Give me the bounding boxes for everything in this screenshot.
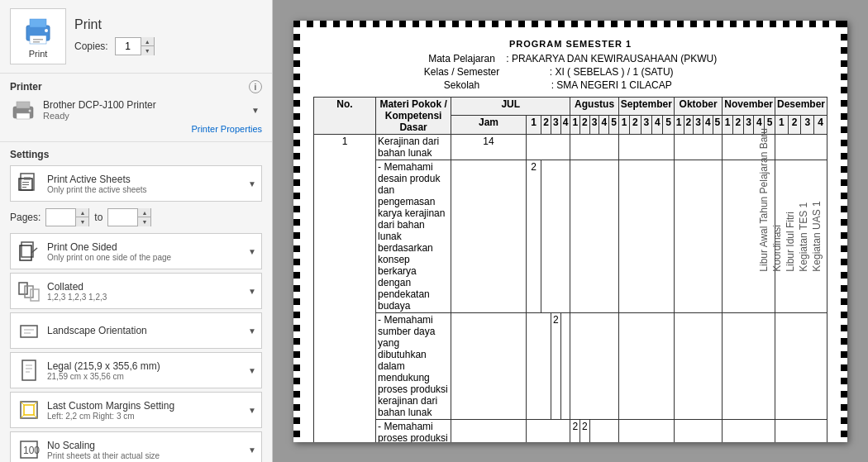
copies-input-wrap: ▲ ▼ bbox=[115, 37, 155, 55]
svg-rect-1 bbox=[30, 19, 46, 27]
svg-rect-16 bbox=[22, 184, 29, 185]
setting-orientation[interactable]: Landscape Orientation ▼ bbox=[10, 312, 262, 349]
scaling-icon: 100 bbox=[16, 436, 42, 462]
print-button[interactable]: Print bbox=[10, 8, 66, 64]
printer-icon bbox=[21, 14, 55, 47]
setting-scaling-sub: Print sheets at their actual size bbox=[47, 451, 248, 460]
setting-collated-sub: 1,2,3 1,2,3 1,2,3 bbox=[47, 293, 248, 302]
sekolah-value: : SMA NEGERI 1 CILACAP bbox=[503, 79, 720, 92]
vert-label-2: Koordinasi bbox=[771, 128, 783, 272]
print-active-sheets-icon bbox=[16, 170, 42, 197]
svg-point-5 bbox=[45, 29, 48, 32]
col-agustus: Agustus bbox=[570, 97, 618, 116]
page-to-input[interactable] bbox=[108, 209, 137, 226]
setting-active-sheets-arrow[interactable]: ▼ bbox=[248, 179, 256, 188]
setting-paper-size[interactable]: Legal (215,9 x 355,6 mm) 21,59 cm x 35,5… bbox=[10, 352, 262, 388]
col-desember: Desember bbox=[775, 97, 827, 116]
page-from-input[interactable] bbox=[46, 209, 75, 226]
setting-collated-arrow[interactable]: ▼ bbox=[248, 287, 256, 296]
collated-icon bbox=[16, 278, 42, 304]
setting-print-active-sheets[interactable]: Print Active Sheets Only print the activ… bbox=[10, 165, 262, 202]
vert-label-4: Kegiatan TES 1 bbox=[798, 128, 809, 272]
copies-down-button[interactable]: ▼ bbox=[141, 46, 154, 55]
setting-paper-size-text: Legal (215,9 x 355,6 mm) 21,59 cm x 35,5… bbox=[47, 360, 248, 381]
settings-title: Settings bbox=[10, 149, 262, 160]
printer-properties-link[interactable]: Printer Properties bbox=[191, 124, 262, 134]
setting-one-sided-arrow[interactable]: ▼ bbox=[248, 247, 256, 256]
page-from-wrap: ▲ ▼ bbox=[45, 208, 89, 226]
settings-section: Settings Print Active Sheets Only print … bbox=[0, 142, 272, 462]
margins-icon bbox=[16, 397, 42, 423]
page-to-wrap: ▲ ▼ bbox=[107, 208, 151, 226]
table-row: - Memahami proses produksi kerajinan dar… bbox=[314, 419, 827, 442]
page-border-top bbox=[293, 21, 847, 27]
setting-margins-arrow[interactable]: ▼ bbox=[248, 406, 256, 415]
vert-label-3: Libur Idul Fitri bbox=[785, 128, 796, 272]
doc-main-title: PROGRAM SEMESTER 1 bbox=[313, 39, 827, 49]
setting-orientation-arrow[interactable]: ▼ bbox=[248, 326, 256, 336]
svg-point-9 bbox=[29, 110, 31, 112]
setting-margins[interactable]: Last Custom Margins Setting Left: 2,2 cm… bbox=[10, 392, 262, 428]
printer-row: Brother DCP-J100 Printer Ready ▼ bbox=[10, 98, 262, 121]
setting-active-sheets-sub: Only print the active sheets bbox=[47, 185, 248, 194]
left-panel: Print Print Copies: ▲ ▼ Printer i bbox=[0, 0, 273, 462]
paper-size-icon bbox=[16, 357, 42, 383]
page-from-down[interactable]: ▼ bbox=[75, 217, 88, 226]
setting-scaling-arrow[interactable]: ▼ bbox=[248, 445, 256, 455]
col-jul: JUL bbox=[451, 97, 570, 116]
printer-dropdown-arrow[interactable]: ▼ bbox=[249, 103, 262, 117]
vert-label-1: Libur Awal Tahun Pelajaran Baru bbox=[758, 128, 770, 272]
copies-input[interactable] bbox=[116, 38, 141, 55]
setting-margins-main: Last Custom Margins Setting bbox=[47, 400, 248, 412]
svg-rect-12 bbox=[24, 179, 31, 180]
pages-to-label: to bbox=[94, 212, 103, 223]
svg-rect-24 bbox=[21, 326, 37, 337]
page-to-up[interactable]: ▲ bbox=[137, 208, 150, 217]
setting-paper-size-arrow[interactable]: ▼ bbox=[248, 366, 256, 375]
mata-pelajaran-value: : PRAKARYA DAN KEWIRAUSAHAAN (PKWU) bbox=[503, 52, 720, 65]
setting-one-sided-text: Print One Sided Only print on one side o… bbox=[47, 241, 248, 262]
page-border-left bbox=[293, 21, 300, 442]
sekolah-label: Sekolah bbox=[421, 79, 503, 92]
copies-label: Copies: bbox=[74, 40, 108, 52]
mata-pelajaran-label: Mata Pelajaran bbox=[421, 52, 503, 65]
setting-active-sheets-main: Print Active Sheets bbox=[47, 174, 248, 185]
info-icon[interactable]: i bbox=[249, 80, 262, 93]
printer-name: Brother DCP-J100 Printer bbox=[43, 99, 242, 111]
setting-margins-sub: Left: 2,2 cm Right: 3 cm bbox=[47, 412, 248, 421]
print-title: Print bbox=[74, 17, 155, 32]
col-materi: Materi Pokok / Kompetensi Dasar bbox=[376, 97, 451, 134]
setting-scaling-text: No Scaling Print sheets at their actual … bbox=[47, 440, 248, 460]
document-table: No. Materi Pokok / Kompetensi Dasar JUL … bbox=[313, 97, 827, 442]
page-to-spinners: ▲ ▼ bbox=[137, 208, 150, 226]
copies-up-button[interactable]: ▲ bbox=[141, 37, 154, 46]
setting-collated[interactable]: Collated 1,2,3 1,2,3 1,2,3 ▼ bbox=[10, 273, 262, 309]
setting-one-sided[interactable]: Print One Sided Only print on one side o… bbox=[10, 233, 262, 269]
page-from-up[interactable]: ▲ bbox=[75, 208, 88, 217]
right-panel: PROGRAM SEMESTER 1 Mata Pelajaran : PRAK… bbox=[273, 0, 868, 462]
svg-rect-23 bbox=[31, 289, 39, 301]
page-border-right bbox=[841, 21, 847, 442]
printer-status: Ready bbox=[43, 111, 242, 121]
setting-active-sheets-text: Print Active Sheets Only print the activ… bbox=[47, 174, 248, 194]
one-sided-icon bbox=[16, 238, 42, 264]
page-preview: PROGRAM SEMESTER 1 Mata Pelajaran : PRAK… bbox=[293, 21, 847, 442]
svg-line-20 bbox=[31, 248, 37, 253]
svg-rect-22 bbox=[25, 286, 33, 298]
vert-label-5: Kegiatan UAS 1 bbox=[811, 128, 823, 272]
setting-orientation-text: Landscape Orientation bbox=[47, 325, 248, 336]
page-content: PROGRAM SEMESTER 1 Mata Pelajaran : PRAK… bbox=[313, 39, 827, 442]
svg-text:100: 100 bbox=[23, 445, 40, 456]
setting-collated-main: Collated bbox=[47, 281, 248, 293]
setting-scaling[interactable]: 100 No Scaling Print sheets at their act… bbox=[10, 431, 262, 462]
svg-rect-21 bbox=[19, 283, 27, 294]
svg-rect-15 bbox=[22, 182, 29, 183]
orientation-icon bbox=[16, 317, 42, 344]
kelas-label: Kelas / Semester bbox=[421, 65, 503, 79]
pages-label: Pages: bbox=[10, 212, 41, 223]
copies-row: Copies: ▲ ▼ bbox=[74, 37, 155, 55]
page-to-down[interactable]: ▼ bbox=[137, 217, 150, 226]
print-title-area: Print Copies: ▲ ▼ bbox=[74, 17, 155, 55]
printer-section: Printer i Brother DCP-J100 Printer Ready… bbox=[0, 74, 272, 142]
svg-rect-32 bbox=[24, 405, 34, 415]
